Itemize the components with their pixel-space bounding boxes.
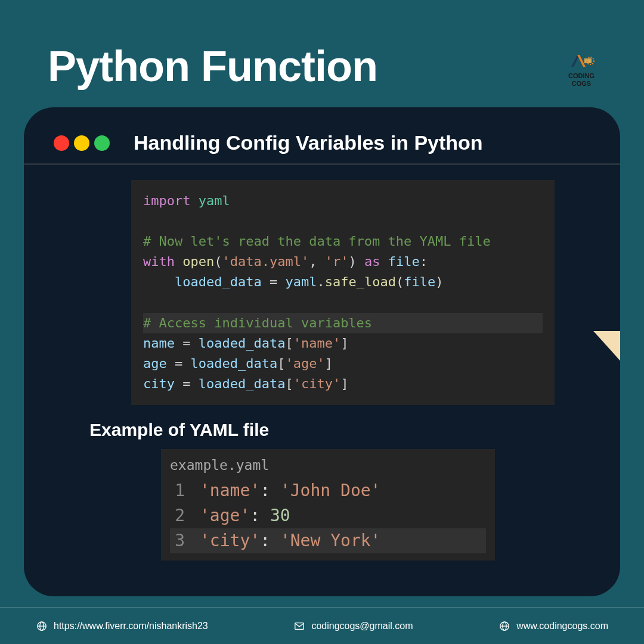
footer-url-text: https://www.fiverr.com/nishankrish23 — [54, 621, 208, 631]
maximize-dot-icon — [94, 135, 110, 151]
logo-text: CODINGCOGS — [568, 72, 595, 86]
yaml-filename: example.yaml — [170, 455, 486, 476]
window-controls — [54, 135, 110, 151]
mail-icon — [293, 620, 305, 632]
footer-link-site: www.codingcogs.com — [499, 620, 608, 632]
python-code-block: import yaml # Now let's read the data fr… — [131, 180, 555, 405]
yaml-code-block: example.yaml 1 'name': 'John Doe' 2 'age… — [161, 449, 495, 561]
card-title: Handling Config Variables in Python — [134, 131, 483, 154]
header: Python Function CODINGCOGS — [0, 0, 644, 95]
brand-logo: CODINGCOGS — [555, 42, 608, 95]
footer-site-text: www.codingcogs.com — [516, 621, 608, 631]
corner-accent-icon — [593, 331, 620, 361]
yaml-row: 3 'city': 'New York' — [170, 528, 486, 553]
footer-link-fiverr: https://www.fiverr.com/nishankrish23 — [36, 620, 208, 632]
card-header: Handling Config Variables in Python — [24, 131, 620, 165]
footer: https://www.fiverr.com/nishankrish23 cod… — [0, 607, 644, 644]
close-dot-icon — [54, 135, 69, 151]
yaml-row: 2 'age': 30 — [170, 503, 486, 528]
minimize-dot-icon — [74, 135, 89, 151]
page-title: Python Function — [48, 42, 377, 91]
footer-email: codingcogs@gmail.com — [293, 620, 413, 632]
code-card: Handling Config Variables in Python impo… — [24, 107, 620, 596]
example-label: Example of YAML file — [89, 420, 620, 440]
logo-icon — [566, 50, 596, 71]
globe-icon — [36, 620, 48, 632]
yaml-row: 1 'name': 'John Doe' — [170, 478, 486, 503]
globe-icon — [499, 620, 510, 632]
svg-rect-4 — [295, 623, 304, 630]
footer-email-text: codingcogs@gmail.com — [311, 621, 413, 631]
